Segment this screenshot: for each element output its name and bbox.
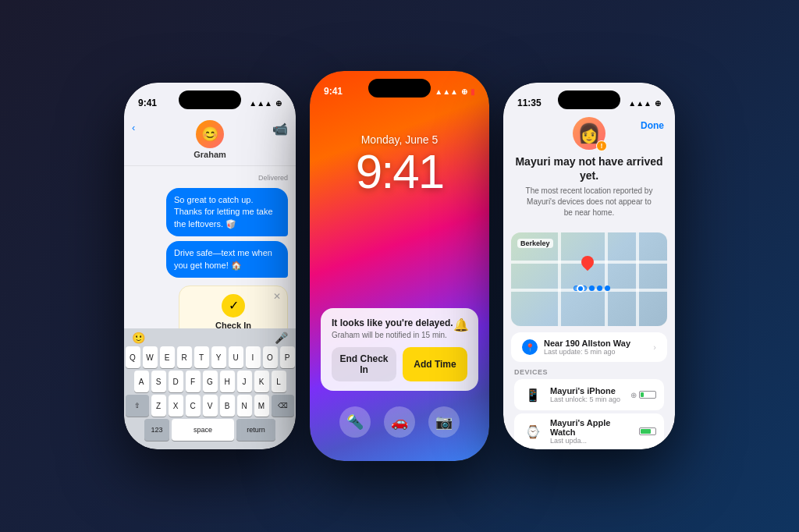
key-a[interactable]: A	[134, 371, 149, 392]
key-e[interactable]: E	[160, 346, 175, 368]
trail-dot-4	[597, 286, 602, 291]
keyboard-row-4: 123 space return	[126, 419, 294, 441]
flashlight-icon: 🔦	[346, 413, 364, 431]
back-button[interactable]: ‹	[132, 122, 135, 133]
key-t[interactable]: T	[194, 346, 209, 368]
findmy-subtitle: The most recent location reported by May…	[514, 186, 664, 218]
message-bubble-2: Drive safe—text me when you get home! 🏠	[166, 241, 288, 278]
key-b[interactable]: B	[220, 395, 235, 417]
contact-info[interactable]: 😊 Graham	[194, 120, 226, 159]
key-h[interactable]: H	[220, 371, 235, 392]
location-info: Near 190 Allston Way Last update: 5 min …	[544, 339, 647, 356]
key-return[interactable]: return	[236, 419, 275, 441]
key-numbers[interactable]: 123	[144, 419, 169, 441]
map-area-label: Berkeley	[517, 239, 553, 248]
lock-background	[310, 71, 489, 461]
status-time-lock: 9:41	[324, 86, 343, 97]
warning-badge: !	[596, 140, 607, 151]
user-avatar: 👩 !	[573, 117, 605, 150]
messages-screen: 9:41 ▲▲▲ ⊕ ‹ 😊 Graham 📹 Delivered	[124, 83, 296, 449]
findmy-screen: 11:35 ▲▲▲ ⊕ Done 👩 ! Mayuri may not have…	[503, 83, 675, 449]
driving-button[interactable]: 🚗	[384, 406, 415, 438]
key-o[interactable]: O	[263, 346, 278, 368]
wifi-icon: ⊕	[275, 99, 282, 108]
key-x[interactable]: X	[169, 395, 183, 417]
road-v-1	[558, 232, 561, 326]
key-q[interactable]: Q	[126, 346, 140, 368]
devices-section: DEVICES 📱 Mayuri's iPhone Last unlock: 5…	[503, 368, 675, 449]
key-g[interactable]: G	[203, 371, 218, 392]
key-m[interactable]: M	[254, 395, 269, 417]
map-trail	[574, 286, 610, 291]
wifi-icon-findmy: ⊕	[655, 99, 661, 108]
video-button[interactable]: 📹	[272, 122, 288, 137]
key-y[interactable]: Y	[211, 346, 226, 368]
notification-icon: 🔔	[453, 317, 469, 332]
close-icon[interactable]: ✕	[273, 291, 281, 302]
camera-icon: 📷	[435, 413, 453, 431]
key-j[interactable]: J	[237, 371, 252, 392]
device-name-iphone: Mayuri's iPhone	[550, 386, 624, 395]
key-space[interactable]: space	[172, 419, 234, 441]
key-backspace[interactable]: ⌫	[272, 395, 295, 417]
current-location-dot	[577, 285, 584, 293]
watch-battery-fill	[641, 429, 651, 434]
status-icons: ▲▲▲ ⊕	[249, 99, 282, 108]
key-w[interactable]: W	[143, 346, 158, 368]
device-row-watch[interactable]: ⌚ Mayuri's Apple Watch Last upda...	[514, 413, 664, 449]
key-v[interactable]: V	[203, 395, 218, 417]
key-d[interactable]: D	[169, 371, 183, 392]
map-view[interactable]: Berkeley	[511, 232, 667, 326]
notification-buttons: End Check In Add Time	[332, 347, 467, 381]
microphone-icon[interactable]: 🎤	[275, 332, 288, 344]
device-time-watch: Last upda...	[550, 437, 633, 445]
wifi-status-icon: ⊕	[630, 391, 637, 399]
avatar: 😊	[196, 120, 224, 148]
key-n[interactable]: N	[237, 395, 252, 417]
emoji-icon[interactable]: 🙂	[132, 332, 145, 344]
road-v-2	[605, 232, 608, 326]
done-button[interactable]: Done	[641, 120, 664, 131]
keyboard: 🙂 🎤 Q W E R T Y U I O P A S	[124, 328, 296, 449]
battery-icon-lock: ▮	[471, 87, 475, 96]
device-row-iphone[interactable]: 📱 Mayuri's iPhone Last unlock: 5 min ago…	[514, 379, 664, 410]
keyboard-row-3: ⇧ Z X C V B N M ⌫	[126, 395, 294, 417]
notification-subtitle: Graham will be notified in 15 min.	[332, 331, 467, 339]
road-v-3	[636, 232, 639, 326]
status-time: 9:41	[138, 98, 157, 108]
key-f[interactable]: F	[186, 371, 201, 392]
key-z[interactable]: Z	[151, 395, 166, 417]
key-i[interactable]: I	[246, 346, 261, 368]
device-status-iphone: ⊕	[630, 391, 656, 399]
key-l[interactable]: L	[272, 371, 286, 392]
watch-device-icon: ⌚	[522, 420, 544, 442]
key-c[interactable]: C	[186, 395, 201, 417]
keyboard-row-1: Q W E R T Y U I O P	[126, 346, 294, 368]
camera-button[interactable]: 📷	[428, 406, 460, 438]
checkin-icon: ✓	[222, 294, 245, 317]
watch-battery-indicator	[639, 427, 656, 435]
battery-indicator	[639, 391, 656, 399]
key-shift[interactable]: ⇧	[126, 395, 149, 417]
key-s[interactable]: S	[151, 371, 166, 392]
location-icon: 📍	[522, 339, 538, 355]
location-time: Last update: 5 min ago	[544, 348, 647, 356]
key-k[interactable]: K	[254, 371, 269, 392]
end-checkin-button[interactable]: End Check In	[332, 347, 396, 381]
key-u[interactable]: U	[229, 346, 243, 368]
signal-icon: ▲▲▲	[249, 99, 272, 108]
lockscreen-screen: 9:41 ▲▲▲ ⊕ ▮ Monday, June 5 9:41 🔔 It lo…	[310, 71, 489, 461]
flashlight-button[interactable]: 🔦	[339, 406, 371, 438]
key-r[interactable]: R	[177, 346, 192, 368]
contact-name: Graham	[194, 150, 226, 159]
phone-findmy: 11:35 ▲▲▲ ⊕ Done 👩 ! Mayuri may not have…	[503, 83, 675, 449]
lock-time: 9:41	[310, 147, 489, 196]
key-p[interactable]: P	[280, 346, 295, 368]
phone-messages: 9:41 ▲▲▲ ⊕ ‹ 😊 Graham 📹 Delivered	[124, 83, 296, 449]
wifi-icon-lock: ⊕	[461, 87, 467, 96]
device-status-watch	[639, 427, 656, 435]
lock-bottom-icons: 🔦 🚗 📷	[310, 406, 489, 438]
location-row[interactable]: 📍 Near 190 Allston Way Last update: 5 mi…	[511, 332, 667, 362]
add-time-button[interactable]: Add Time	[403, 347, 467, 381]
dynamic-island-right	[558, 90, 620, 109]
